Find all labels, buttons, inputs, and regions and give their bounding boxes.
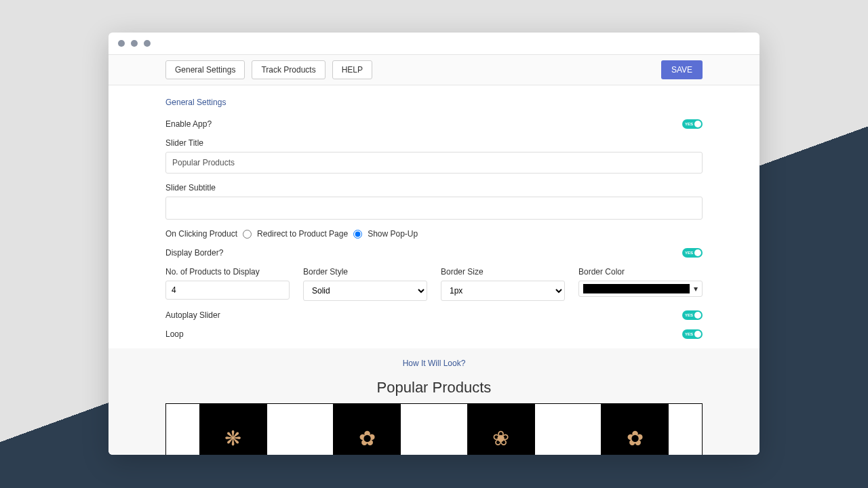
display-border-label: Display Border? (165, 248, 223, 258)
border-size-select[interactable]: 1px (441, 281, 565, 301)
product-card[interactable]: ❋ 14k Dangling Pendant Earrings INR 619.… (166, 404, 300, 455)
loop-label: Loop (165, 329, 184, 339)
toolbar: General Settings Track Products HELP SAV… (108, 54, 760, 85)
num-products-label: No. of Products to Display (165, 267, 290, 277)
product-card[interactable]: ✿ 18k Wire Bloom Earrings INR 449.00 (568, 404, 703, 455)
slider-title-input[interactable] (165, 152, 703, 174)
product-image: ✿ (333, 404, 401, 455)
num-products-input[interactable] (165, 281, 290, 300)
border-style-label: Border Style (303, 267, 427, 277)
loop-toggle[interactable]: YES (682, 329, 703, 339)
popup-label: Show Pop-Up (368, 229, 418, 239)
redirect-radio[interactable] (243, 230, 252, 239)
color-swatch (583, 284, 690, 293)
product-slider: ❋ 14k Dangling Pendant Earrings INR 619.… (165, 403, 703, 455)
app-window: General Settings Track Products HELP SAV… (108, 33, 760, 455)
autoplay-label: Autoplay Slider (165, 310, 220, 320)
autoplay-toggle[interactable]: YES (682, 310, 703, 320)
enable-app-toggle[interactable]: YES (682, 119, 703, 129)
settings-form: General Settings Enable App? YES Slider … (108, 85, 760, 339)
on-click-label: On Clicking Product (165, 229, 237, 239)
preview-link[interactable]: How It Will Look? (403, 359, 466, 368)
product-image: ❋ (199, 404, 267, 455)
slider-title-label: Slider Title (165, 138, 703, 148)
slider-subtitle-input[interactable] (165, 197, 703, 220)
border-color-select[interactable]: ▾ (578, 281, 703, 297)
popup-radio[interactable] (353, 230, 362, 239)
chevron-down-icon: ▾ (694, 284, 698, 293)
window-dot[interactable] (131, 40, 138, 47)
track-products-tab[interactable]: Track Products (252, 60, 325, 79)
product-image: ✿ (601, 404, 669, 455)
product-card[interactable]: ❀ 18k Bloom Pendant INR 279.00 (434, 404, 568, 455)
window-dot[interactable] (144, 40, 151, 47)
preview-title: Popular Products (165, 379, 703, 396)
border-size-label: Border Size (441, 267, 565, 277)
section-title: General Settings (165, 98, 703, 107)
slider-subtitle-label: Slider Subtitle (165, 183, 703, 192)
help-tab[interactable]: HELP (332, 60, 372, 79)
preview-section: How It Will Look? Popular Products ❋ 14k… (108, 348, 760, 455)
general-settings-tab[interactable]: General Settings (165, 60, 245, 79)
titlebar (108, 33, 760, 54)
border-color-label: Border Color (578, 267, 703, 277)
window-dot[interactable] (118, 40, 125, 47)
border-style-select[interactable]: Solid (303, 281, 427, 301)
enable-app-label: Enable App? (165, 119, 212, 129)
product-card[interactable]: ✿ 14k Wire Bloom Earrings INR 449.00 (300, 404, 435, 455)
save-button[interactable]: SAVE (661, 60, 703, 79)
product-image: ❀ (467, 404, 535, 455)
display-border-toggle[interactable]: YES (682, 248, 703, 258)
redirect-label: Redirect to Product Page (257, 229, 348, 239)
